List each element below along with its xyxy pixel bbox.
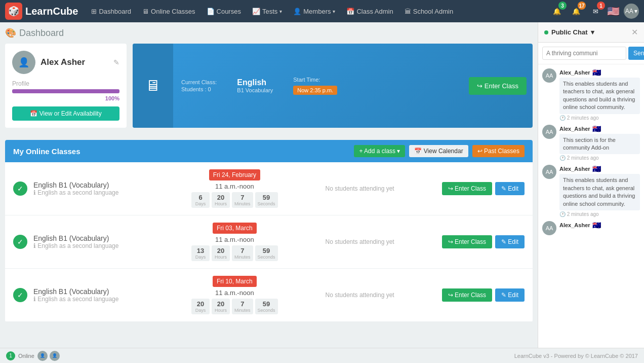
edit-class-button[interactable]: ✎ Edit — [495, 288, 525, 302]
view-calendar-button[interactable]: 📅 View Calendar — [409, 145, 468, 157]
edit-class-button[interactable]: ✎ Edit — [495, 182, 525, 195]
add-class-button[interactable]: + Add a class ▾ — [354, 145, 405, 157]
enter-class-button[interactable]: ↪ Enter Class — [469, 77, 527, 95]
bell-badge[interactable]: 🔔 3 — [549, 4, 565, 19]
nav-school-admin[interactable]: 🏛 School Admin — [399, 5, 459, 18]
class-name-detail: English B1 Vocabulary — [237, 78, 273, 93]
start-time-label: Start Time: — [293, 77, 337, 83]
chat-panel: Public Chat ▾ ✕ Send AA Alex_Asher 🇦🇺 Th… — [538, 22, 644, 348]
mail-badge[interactable]: ✉ 1 — [588, 4, 603, 19]
online-users: 1 Online 👤 👤 — [6, 351, 60, 361]
class-actions: ↪ Enter Class ✎ Edit — [442, 235, 525, 248]
nav-class-admin[interactable]: 📅 Class Admin — [341, 5, 398, 18]
msg-body: Alex_Asher 🇦🇺 This section is for the co… — [559, 125, 640, 161]
brand-logo[interactable]: 🎲 LearnCube — [5, 3, 78, 20]
nav-tests[interactable]: 📈 Tests — [247, 5, 287, 18]
page-header: 🎨 Dashboard — [5, 27, 533, 39]
close-chat-icon[interactable]: ✕ — [631, 27, 638, 37]
nav-items: ⊞ Dashboard 🖥 Online Classes 📄 Courses 📈… — [86, 5, 549, 18]
nav-members[interactable]: 👤 Members — [288, 5, 340, 18]
class-sub: ℹ English as a second language — [33, 242, 185, 249]
msg-content: This section is for the community Add-on — [559, 134, 640, 155]
msg-time: 🕐 2 minutes ago — [559, 211, 640, 217]
edit-profile-icon[interactable]: ✎ — [113, 58, 119, 66]
enter-class-row-button[interactable]: ↪ Enter Class — [442, 288, 492, 302]
online-classes-section: My Online Classes + Add a class ▾ 📅 View… — [5, 140, 533, 322]
msg-flag: 🇦🇺 — [592, 165, 601, 173]
user-thumb: 👤 — [37, 351, 48, 361]
notification-count: 17 — [578, 2, 586, 10]
check-icon: ✓ — [13, 288, 27, 302]
countdown-hours: 20 Hours — [212, 192, 230, 208]
class-name: English B1 (Vocabulary) — [33, 287, 185, 296]
progress-fill — [12, 89, 119, 93]
students-block: No students attending yet — [284, 292, 436, 299]
chat-title-text: Public Chat — [551, 28, 588, 36]
class-sub-value: B1 Vocabulary — [237, 87, 273, 93]
nav-courses[interactable]: 📄 Courses — [202, 5, 246, 18]
countdown-minutes: 7 Minutes — [232, 245, 253, 261]
msg-body: Alex_Asher 🇦🇺 This enables students and … — [559, 68, 640, 121]
availability-button[interactable]: 📅 View or Edit Availability — [12, 106, 119, 121]
nav-online-classes[interactable]: 🖥 Online Classes — [137, 5, 200, 18]
bell-count: 3 — [558, 2, 567, 10]
countdown-seconds: 59 Seconds — [255, 192, 278, 208]
current-class-label: Current Class: — [181, 79, 217, 85]
msg-name: Alex_Asher — [559, 69, 590, 76]
msg-flag: 🇦🇺 — [592, 125, 601, 133]
online-classes-title: My Online Classes — [13, 147, 80, 156]
profile-card: 👤 Alex Asher ✎ Profile 100% 📅 View or Ed… — [5, 44, 127, 128]
date-badge: Fri 03, March — [213, 223, 257, 234]
msg-avatar: AA — [542, 221, 556, 235]
class-sub: ℹ English as a second language — [33, 189, 185, 196]
class-sub: ℹ English as a second language — [33, 296, 185, 303]
send-button[interactable]: Send — [628, 47, 644, 60]
nav-dashboard[interactable]: ⊞ Dashboard — [86, 5, 136, 18]
classes-list: ✓ English B1 (Vocabulary) ℹ English as a… — [5, 162, 533, 322]
countdown-hours: 20 Hours — [212, 245, 230, 261]
msg-header: Alex_Asher 🇦🇺 — [559, 68, 640, 77]
msg-content: This enables students and teachers to ch… — [559, 174, 640, 210]
bottom-bar: 1 Online 👤 👤 LearnCube v3 - Powered by ©… — [0, 348, 644, 363]
msg-header: Alex_Asher 🇦🇺 — [559, 165, 640, 173]
table-row: ✓ English B1 (Vocabulary) ℹ English as a… — [5, 215, 533, 269]
class-name-block: English B1 (Vocabulary) ℹ English as a s… — [33, 287, 185, 303]
online-count: 1 — [6, 351, 15, 360]
past-classes-button[interactable]: ↩ Past Classes — [472, 145, 525, 157]
header-actions: + Add a class ▾ 📅 View Calendar ↩ Past C… — [354, 145, 525, 157]
schedule-block: Fri 03, March 11 a.m.-noon 13 Days 20 Ho… — [191, 223, 278, 261]
monitor-icon: 🖥 — [145, 77, 160, 94]
class-name-block: English B1 (Vocabulary) ℹ English as a s… — [33, 181, 185, 196]
countdown-minutes: 7 Minutes — [232, 192, 253, 208]
current-class-detail: Current Class: Students : 0 — [181, 79, 217, 92]
class-details: Current Class: Students : 0 English B1 V… — [173, 44, 463, 128]
msg-time: 🕐 2 minutes ago — [559, 115, 640, 121]
time-label: 11 a.m.-noon — [191, 183, 278, 190]
edit-class-button[interactable]: ✎ Edit — [495, 235, 525, 248]
chat-title[interactable]: Public Chat ▾ — [544, 28, 594, 36]
msg-time: 🕐 2 minutes ago — [559, 155, 640, 161]
time-label: 11 a.m.-noon — [191, 236, 278, 243]
progress-bar — [12, 89, 119, 93]
enter-class-row-button[interactable]: ↪ Enter Class — [442, 235, 492, 248]
schedule-block: Fri 10, March 11 a.m.-noon 20 Days 20 Ho… — [191, 276, 278, 314]
msg-avatar: AA — [542, 68, 556, 83]
profile-top: 👤 Alex Asher ✎ — [12, 51, 119, 74]
msg-name: Alex_Asher — [559, 166, 590, 172]
countdown: 6 Days 20 Hours 7 Minutes — [191, 192, 278, 208]
class-icon-block: 🖥 — [133, 44, 173, 128]
user-thumb: 👤 — [50, 351, 60, 361]
notification-badge[interactable]: 🔔 17 — [569, 4, 584, 19]
user-avatar-nav[interactable]: AA ▾ — [624, 4, 639, 19]
msg-avatar: AA — [542, 165, 556, 179]
profile-label: Profile — [12, 80, 119, 87]
msg-avatar: AA — [542, 125, 556, 139]
countdown: 13 Days 20 Hours 7 Minutes — [191, 245, 278, 261]
enter-class-row-button[interactable]: ↪ Enter Class — [442, 182, 492, 195]
students-label: Students : 0 — [181, 86, 217, 92]
chat-input-area: Send — [538, 43, 644, 64]
class-name-value: English — [237, 78, 273, 87]
language-flag[interactable]: 🇺🇸 — [607, 5, 620, 17]
chat-input[interactable] — [542, 47, 626, 60]
list-item: AA Alex_Asher 🇦🇺 This enables students a… — [542, 165, 640, 217]
